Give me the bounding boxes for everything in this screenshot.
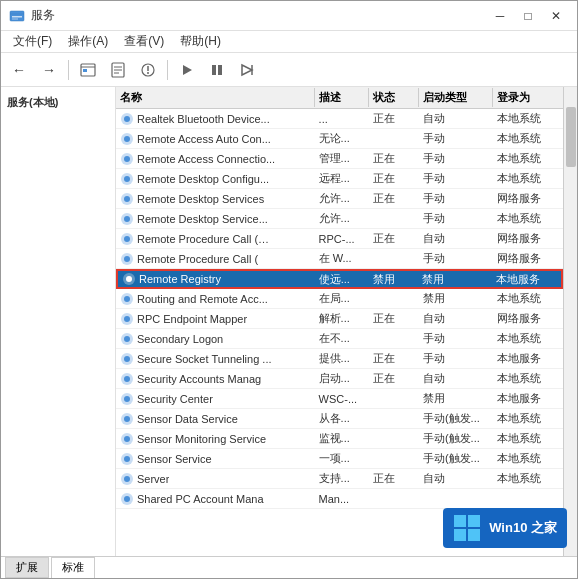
- table-row[interactable]: Security Center WSC-... 禁用 本地服务: [116, 389, 563, 409]
- service-icon: [120, 392, 134, 406]
- cell-startup: 手动(触发...: [419, 451, 494, 466]
- table-row[interactable]: Secondary Logon 在不... 手动 本地系统: [116, 329, 563, 349]
- table-row[interactable]: Remote Access Auto Con... 无论... 手动 本地系统: [116, 129, 563, 149]
- cell-desc: 在 W...: [315, 251, 370, 266]
- cell-desc: 管理...: [315, 151, 370, 166]
- tab-standard[interactable]: 标准: [51, 557, 95, 578]
- cell-status: 正在: [369, 231, 419, 246]
- table-row[interactable]: RPC Endpoint Mapper 解析... 正在 自动 网络服务: [116, 309, 563, 329]
- service-icon: [120, 372, 134, 386]
- forward-button[interactable]: →: [35, 57, 63, 83]
- toolbar-btn-4[interactable]: [173, 57, 201, 83]
- cell-startup: 手动: [419, 131, 494, 146]
- cell-startup: 手动: [419, 331, 494, 346]
- cell-status: 正在: [369, 171, 419, 186]
- toolbar-btn-6[interactable]: [233, 57, 261, 83]
- cell-startup: 手动: [419, 251, 494, 266]
- cell-status: 正在: [369, 111, 419, 126]
- cell-login: 网络服务: [493, 311, 563, 326]
- cell-status: 正在: [369, 471, 419, 486]
- table-row[interactable]: Remote Desktop Services 允许... 正在 手动 网络服务: [116, 189, 563, 209]
- cell-login: 本地系统: [493, 151, 563, 166]
- header-desc[interactable]: 描述: [315, 88, 370, 107]
- cell-status: 正在: [369, 311, 419, 326]
- cell-startup: 禁用: [419, 391, 494, 406]
- sidebar-title[interactable]: 服务(本地): [5, 91, 111, 114]
- menu-action[interactable]: 操作(A): [60, 31, 116, 52]
- header-status[interactable]: 状态: [369, 88, 419, 107]
- svg-rect-6: [83, 69, 87, 72]
- cell-login: 本地系统: [493, 131, 563, 146]
- toolbar-btn-1[interactable]: [74, 57, 102, 83]
- header-startup[interactable]: 启动类型: [419, 88, 494, 107]
- svg-rect-2: [12, 16, 22, 18]
- cell-login: 网络服务: [493, 191, 563, 206]
- service-icon: [120, 492, 134, 506]
- minimize-button[interactable]: ─: [487, 6, 513, 26]
- back-button[interactable]: ←: [5, 57, 33, 83]
- cell-login: 本地系统: [493, 411, 563, 426]
- svg-point-28: [124, 196, 130, 202]
- scrollbar[interactable]: [563, 87, 577, 556]
- svg-point-52: [124, 436, 130, 442]
- menu-file[interactable]: 文件(F): [5, 31, 60, 52]
- menu-bar: 文件(F) 操作(A) 查看(V) 帮助(H): [1, 31, 577, 53]
- table-row[interactable]: Realtek Bluetooth Device... ... 正在 自动 本地…: [116, 109, 563, 129]
- status-bar: 扩展 标准: [1, 556, 577, 578]
- cell-desc: 在不...: [315, 331, 370, 346]
- cell-desc: 从各...: [315, 411, 370, 426]
- cell-status: 正在: [369, 191, 419, 206]
- svg-rect-3: [12, 18, 18, 19]
- service-icon: [120, 172, 134, 186]
- table-row[interactable]: Sensor Data Service 从各... 手动(触发... 本地系统: [116, 409, 563, 429]
- window-controls: ─ □ ✕: [487, 6, 569, 26]
- svg-point-36: [126, 276, 132, 282]
- cell-startup: 手动: [419, 191, 494, 206]
- cell-name: Secure Socket Tunneling ...: [116, 352, 315, 366]
- cell-startup: 手动(触发...: [419, 431, 494, 446]
- header-name[interactable]: 名称: [116, 88, 315, 107]
- scrollbar-thumb[interactable]: [566, 107, 576, 167]
- table-row[interactable]: Remote Procedure Call (… RPC-... 正在 自动 网…: [116, 229, 563, 249]
- cell-login: 网络服务: [493, 251, 563, 266]
- table-row[interactable]: Remote Registry 使远... 禁用 禁用 本地服务: [116, 269, 563, 289]
- toolbar: ← →: [1, 53, 577, 87]
- table-row[interactable]: Remote Desktop Service... 允许... 手动 本地系统: [116, 209, 563, 229]
- table-row[interactable]: Remote Access Connectio... 管理... 正在 手动 本…: [116, 149, 563, 169]
- table-row[interactable]: Remote Procedure Call ( 在 W... 手动 网络服务: [116, 249, 563, 269]
- table-row[interactable]: Sensor Monitoring Service 监视... 手动(触发...…: [116, 429, 563, 449]
- cell-name: Sensor Data Service: [116, 412, 315, 426]
- menu-view[interactable]: 查看(V): [116, 31, 172, 52]
- cell-startup: 手动: [419, 211, 494, 226]
- service-icon: [120, 192, 134, 206]
- table-row[interactable]: Security Accounts Manag 启动... 正在 自动 本地系统: [116, 369, 563, 389]
- cell-desc: 无论...: [315, 131, 370, 146]
- service-icon: [120, 212, 134, 226]
- svg-point-54: [124, 456, 130, 462]
- close-button[interactable]: ✕: [543, 6, 569, 26]
- tab-extend[interactable]: 扩展: [5, 557, 49, 578]
- toolbar-btn-2[interactable]: [104, 57, 132, 83]
- service-icon: [120, 352, 134, 366]
- toolbar-btn-5[interactable]: [203, 57, 231, 83]
- maximize-button[interactable]: □: [515, 6, 541, 26]
- cell-desc: 在局...: [315, 291, 370, 306]
- menu-help[interactable]: 帮助(H): [172, 31, 229, 52]
- svg-point-32: [124, 236, 130, 242]
- table-row[interactable]: Server 支持... 正在 自动 本地系统: [116, 469, 563, 489]
- status-tabs: 扩展 标准: [5, 557, 95, 578]
- header-login[interactable]: 登录为: [493, 88, 563, 107]
- table-row[interactable]: Shared PC Account Mana Man...: [116, 489, 563, 509]
- toolbar-btn-3[interactable]: [134, 57, 162, 83]
- cell-name: Shared PC Account Mana: [116, 492, 315, 506]
- service-icon: [120, 312, 134, 326]
- service-icon: [120, 132, 134, 146]
- cell-name: Remote Access Auto Con...: [116, 132, 315, 146]
- table-row[interactable]: Routing and Remote Acc... 在局... 禁用 本地系统: [116, 289, 563, 309]
- cell-login: 本地系统: [493, 371, 563, 386]
- cell-name: Remote Procedure Call (: [116, 252, 315, 266]
- table-row[interactable]: Remote Desktop Configu... 远程... 正在 手动 本地…: [116, 169, 563, 189]
- table-row[interactable]: Secure Socket Tunneling ... 提供... 正在 手动 …: [116, 349, 563, 369]
- cell-startup: 禁用: [418, 272, 492, 287]
- table-row[interactable]: Sensor Service 一项... 手动(触发... 本地系统: [116, 449, 563, 469]
